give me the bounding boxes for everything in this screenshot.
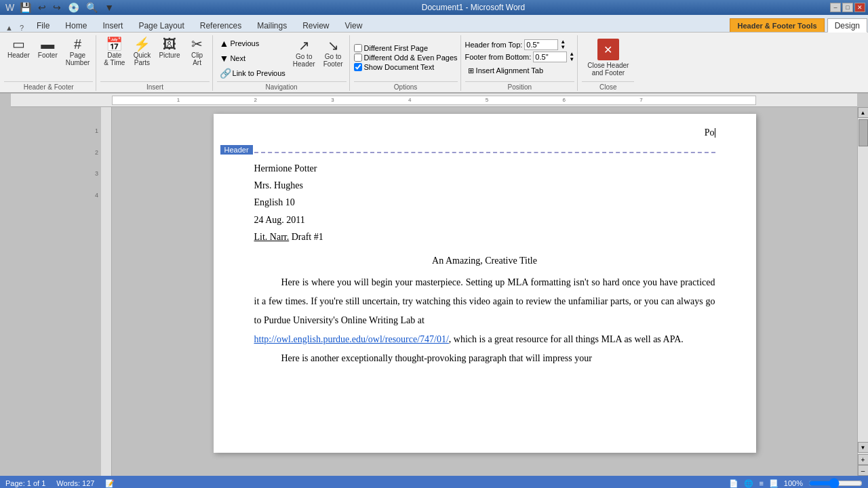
zoom-out-button[interactable]: – [858,465,869,476]
author-name-line: Hermione Potter [254,160,715,177]
different-first-page-option[interactable]: Different First Page [354,44,458,52]
scroll-up-arrow[interactable]: ▲ [858,107,869,118]
previous-icon: ▲ [220,38,229,49]
footer-from-bottom-input[interactable] [533,52,567,62]
ribbon-group-position: Header from Top: ▲ ▼ Footer from Bottom:… [462,35,578,91]
header-button[interactable]: ▭ Header [4,35,33,61]
next-icon: ▼ [220,53,229,64]
tab-insert[interactable]: Insert [95,18,130,32]
title-bar: W 💾 ↩ ↪ 💿 🔍 ▼ Document1 - Microsoft Word… [0,0,868,15]
hft-banner: Header & Footer Tools [730,18,824,32]
view-draft-icon[interactable]: 📃 [769,479,778,488]
different-first-page-checkbox[interactable] [354,44,362,52]
document[interactable]: Po Header Hermione Potter Mrs. Hughes En… [214,114,756,453]
ruler-inner: 1 2 3 4 5 6 7 [112,96,756,105]
picture-icon: 🖼 [163,37,176,51]
text-cursor [715,128,715,138]
link-line[interactable]: http://owl.english.purdue.edu/owl/resour… [254,330,715,349]
show-document-text-option[interactable]: Show Document Text [354,63,458,71]
close-header-footer-button[interactable]: ✕ Close Headerand Footer [582,36,634,79]
ribbon-group-navigation: ▲ Previous ▼ Next 🔗 Link to Previous ↗ G… [214,35,350,91]
tab-home[interactable]: Home [58,18,94,32]
page-status: Page: 1 of 1 [5,479,45,487]
go-to-header-icon: ↗ [298,39,310,52]
header-from-top-input[interactable] [524,39,558,50]
window-title: Document1 - Microsoft Word [117,3,830,12]
page-number-icon: # [74,37,81,51]
position-fields: Header from Top: ▲ ▼ Footer from Bottom:… [465,39,575,77]
picture-button[interactable]: 🖼 Picture [155,35,183,61]
date-time-button[interactable]: 📅 Date& Time [100,35,128,68]
dropdown-qat-button[interactable]: ▼ [102,1,117,14]
tab-mailings[interactable]: Mailings [250,18,294,32]
different-odd-even-option[interactable]: Different Odd & Even Pages [354,54,458,62]
word-logo-icon: W [5,2,14,13]
go-to-footer-button[interactable]: ↘ Go toFooter [320,37,347,70]
show-document-text-checkbox[interactable] [354,63,362,71]
minimize-button[interactable]: – [830,3,841,12]
title-line: An Amazing, Creative Title [254,252,715,269]
teacher-name-line: Mrs. Hughes [254,177,715,194]
header-label: Header [220,145,253,155]
view-print-icon[interactable]: 📄 [729,479,738,488]
window-controls: – □ ✕ [830,3,865,12]
right-scrollbar[interactable]: ▲ ▼ + – [857,107,868,476]
save-qat-button[interactable]: 💾 [17,1,34,14]
ribbon-tabs: File Home Insert Page Layout References … [26,18,730,32]
previous-button[interactable]: ▲ Previous [217,37,288,50]
close-button[interactable]: ✕ [854,3,865,12]
options-group-label: Options [354,81,458,91]
undo-qat-button[interactable]: ↩ [35,1,49,14]
tab-page-layout[interactable]: Page Layout [131,18,191,32]
footer-icon: ▬ [41,37,54,51]
date-time-icon: 📅 [106,37,123,51]
footer-from-bottom-row: Footer from Bottom: ▲ ▼ [465,52,575,62]
tab-review[interactable]: Review [295,18,336,32]
left-margin: 1 2 3 4 [0,107,112,476]
header-area[interactable]: Header [254,145,715,153]
tab-references[interactable]: References [193,18,249,32]
quick-parts-icon: ⚡ [134,37,151,51]
footer-button[interactable]: ▬ Footer [35,35,61,61]
quick-access-toolbar: 💾 ↩ ↪ 💿 🔍 ▼ [17,1,117,14]
header-icon: ▭ [12,37,25,51]
maximize-button[interactable]: □ [842,3,853,12]
close-header-footer-icon: ✕ [597,39,619,60]
different-odd-even-checkbox[interactable] [354,54,362,62]
tab-file[interactable]: File [29,18,57,32]
navigation-group-label: Navigation [217,81,347,91]
body-paragraph-1: Here is where you will begin your master… [254,273,715,330]
quick-parts-button[interactable]: ⚡ QuickParts [130,35,154,68]
status-right: 📄 🌐 ≡ 📃 100% [729,478,863,488]
page-number-button[interactable]: # PageNumber [62,35,94,68]
view-outline-icon[interactable]: ≡ [759,479,763,487]
ribbon-group-options: Different First Page Different Odd & Eve… [351,35,461,91]
options-checkboxes: Different First Page Different Odd & Eve… [354,44,458,71]
ribbon-group-insert: 📅 Date& Time ⚡ QuickParts 🖼 Picture ✂ Cl… [98,35,212,91]
purdue-owl-link[interactable]: http://owl.english.purdue.edu/owl/resour… [254,334,449,344]
next-button[interactable]: ▼ Next [217,52,288,65]
assignment-line: Lit. Narr. Draft #1 [254,228,715,245]
zoom-slider[interactable] [808,478,863,488]
spell-check-icon[interactable]: 📝 [105,479,115,488]
tab-design[interactable]: Design [827,18,867,33]
insert-alignment-tab-button[interactable]: ⊞ Insert Alignment Tab [465,65,575,77]
tab-view[interactable]: View [338,18,370,32]
footer-from-bottom-down[interactable]: ▼ [569,57,574,62]
disk-qat-button[interactable]: 💿 [65,1,82,14]
link-to-previous-button[interactable]: 🔗 Link to Previous [217,66,288,80]
scroll-thumb[interactable] [859,119,868,146]
zoom-in-button[interactable]: + [858,454,869,465]
header-from-top-down[interactable]: ▼ [560,45,566,50]
scroll-down-arrow[interactable]: ▼ [858,442,869,453]
view-web-icon[interactable]: 🌐 [744,479,753,488]
ribbon-group-header-footer: ▭ Header ▬ Footer # PageNumber Header & … [1,35,96,91]
clip-art-icon: ✂ [191,37,203,51]
go-to-header-button[interactable]: ↗ Go toHeader [290,37,319,70]
document-body: Hermione Potter Mrs. Hughes English 10 2… [254,160,715,368]
clip-art-button[interactable]: ✂ ClipArt [185,35,210,68]
zoom-level: 100% [784,479,803,487]
search-qat-button[interactable]: 🔍 [83,1,100,14]
redo-qat-button[interactable]: ↪ [50,1,64,14]
date-line: 24 Aug. 2011 [254,211,715,228]
